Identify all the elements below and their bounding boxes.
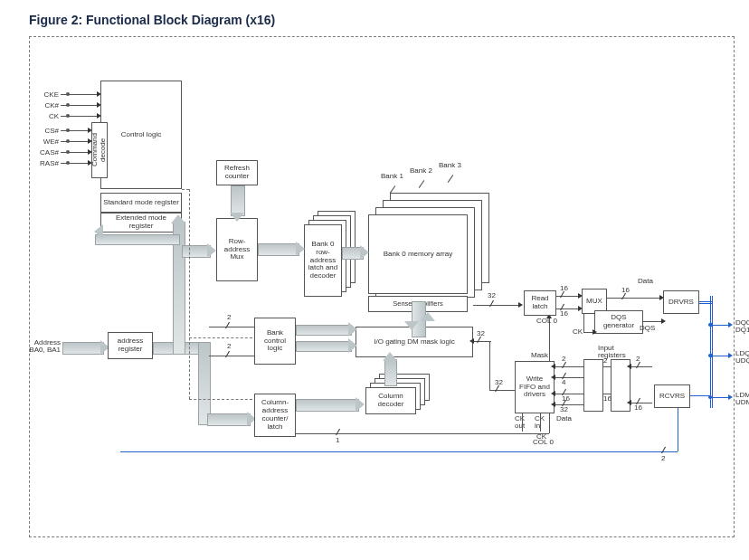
control-logic-label: Control logic xyxy=(121,131,161,139)
pin-rasn: RAS# xyxy=(28,160,59,167)
data-label: Data xyxy=(638,278,653,285)
bank-control-logic-block: Bank control logic xyxy=(254,318,296,365)
mask-label: Mask xyxy=(531,352,548,359)
bus-width-16e: 16 xyxy=(603,395,612,403)
bank2-label: Bank 2 xyxy=(410,167,432,175)
bus-width-16c: 16 xyxy=(621,287,630,294)
write-fifo-block: Write FIFO and drivers xyxy=(515,361,555,413)
drivers-block: DRVRS xyxy=(663,290,699,314)
input-register-a xyxy=(583,359,603,412)
control-logic-block: Control logic xyxy=(100,81,182,189)
pin-casn: CAS# xyxy=(28,149,59,157)
bus-width-32b: 32 xyxy=(477,330,485,337)
ck-out-label: CK out xyxy=(515,415,525,431)
bus-width-32d: 32 xyxy=(560,406,568,413)
command-decode-block: Command decode xyxy=(91,122,108,178)
bus-width-2c: 2 xyxy=(562,356,565,363)
memory-array-block: Bank 0 memory array xyxy=(368,214,468,294)
column-address-latch-block: Column- address counter/ latch xyxy=(254,394,296,437)
receivers-block: RCVRS xyxy=(654,384,690,408)
bus-width-16f: 16 xyxy=(634,404,642,412)
row-address-mux-block: Row- address Mux xyxy=(216,218,258,281)
bus-width-2b: 2 xyxy=(227,343,231,350)
bus-width-2f: 2 xyxy=(661,455,665,462)
bank3-label: Bank 3 xyxy=(439,162,461,169)
input-registers-label: Input registers xyxy=(598,345,626,360)
column-decoder-block: Column decoder xyxy=(365,387,416,414)
ck-label: CK xyxy=(536,433,546,441)
bus-width-32a: 32 xyxy=(488,292,496,299)
command-decode-label: Command decode xyxy=(91,125,108,176)
output-dqs: LDQS, UDQS xyxy=(735,350,749,365)
ext-mode-register: Extended mode register xyxy=(100,213,182,233)
ck-data-label: Data xyxy=(556,415,572,422)
pin-wen: WE# xyxy=(28,138,59,146)
bus-width-2d: 2 xyxy=(603,357,607,365)
output-dm: LDM, UDM xyxy=(735,392,749,407)
bank1-label: Bank 1 xyxy=(381,173,403,180)
address-input-label: Address BA0, BA1 xyxy=(14,339,61,355)
bus-width-2a: 2 xyxy=(227,314,231,321)
bus-width-32c: 32 xyxy=(495,379,503,386)
address-register-block: address register xyxy=(108,332,153,359)
dqs-label: DQS xyxy=(640,325,655,332)
output-dq: DQ0- DQ15 xyxy=(735,319,749,335)
col0-label-top: COL 0 xyxy=(536,318,557,325)
bus-width-16b: 16 xyxy=(560,310,568,318)
pin-ck: CK xyxy=(28,113,59,120)
std-mode-register: Standard mode register xyxy=(100,193,182,213)
read-latch-block: Read latch xyxy=(524,290,556,316)
figure-title: Figure 2: Functional Block Diagram (x16) xyxy=(29,13,740,27)
ck-dqs-label: CK xyxy=(573,328,583,336)
pin-cke: CKE xyxy=(28,91,59,99)
pin-ckn: CK# xyxy=(28,102,59,109)
bus-width-4: 4 xyxy=(562,379,565,386)
pin-csn: CS# xyxy=(28,128,59,135)
bus-width-16a: 16 xyxy=(560,285,568,292)
block-diagram: CKE CK# CK CS# WE# CAS# RAS# Control log… xyxy=(29,36,735,537)
refresh-counter-block: Refresh counter xyxy=(216,160,258,185)
row-addr-latch-block: Bank 0 row- address latch and decoder xyxy=(304,224,342,297)
bus-width-2e: 2 xyxy=(636,356,640,363)
bus-width-1: 1 xyxy=(336,437,339,444)
dqs-generator-block: DQS generator xyxy=(594,310,643,334)
